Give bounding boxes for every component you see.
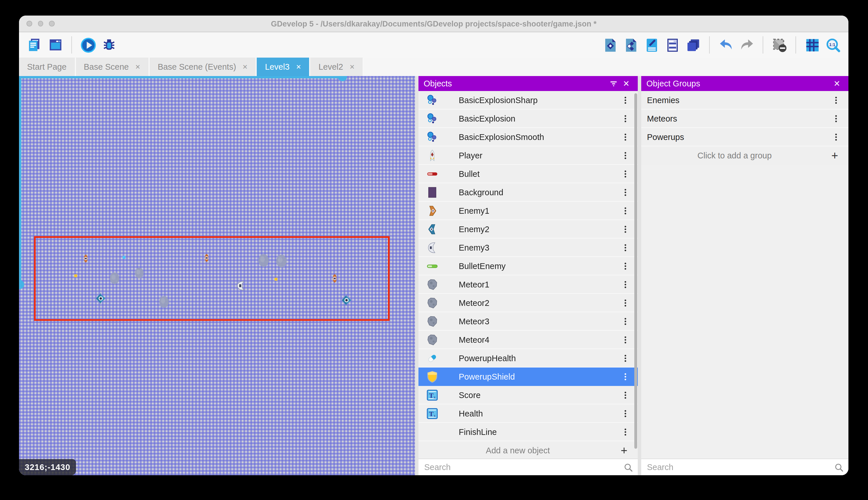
object-row[interactable]: Enemy1 bbox=[419, 202, 638, 220]
toggle-window-mask-button[interactable] bbox=[771, 36, 788, 54]
object-row[interactable]: Tx Score bbox=[419, 386, 638, 405]
sprite-enemy1[interactable] bbox=[202, 253, 211, 263]
object-row[interactable]: BasicExplosionSharp bbox=[419, 91, 638, 110]
sprite-enemy2[interactable] bbox=[94, 292, 107, 305]
object-row[interactable]: BulletEnemy bbox=[419, 257, 638, 275]
toggle-grid-button[interactable] bbox=[804, 36, 821, 54]
group-menu-icon[interactable] bbox=[831, 130, 840, 143]
group-menu-icon[interactable] bbox=[831, 112, 840, 125]
group-menu-icon[interactable] bbox=[831, 94, 840, 106]
objects-panel-header: Objects ✕ bbox=[419, 76, 638, 91]
canvas-horizontal-scroll-handle[interactable] bbox=[338, 76, 347, 81]
object-row[interactable]: Meteor3 bbox=[419, 312, 638, 331]
object-row[interactable]: Bullet bbox=[419, 165, 638, 183]
sprite-powerup-yellow[interactable] bbox=[274, 278, 278, 281]
object-menu-icon[interactable] bbox=[621, 204, 630, 217]
object-menu-icon[interactable] bbox=[621, 223, 630, 235]
object-menu-icon[interactable] bbox=[621, 241, 630, 254]
canvas-vertical-scroll-handle[interactable] bbox=[19, 280, 24, 289]
undo-button[interactable] bbox=[717, 36, 735, 54]
object-row[interactable]: Meteor4 bbox=[419, 331, 638, 349]
sprite-enemy3[interactable] bbox=[235, 280, 247, 292]
object-menu-icon[interactable] bbox=[621, 112, 630, 125]
group-row[interactable]: Meteors bbox=[641, 110, 848, 128]
scene-editor-canvas[interactable]: 3216;-1430 bbox=[19, 76, 415, 475]
start-page-button[interactable] bbox=[47, 36, 64, 54]
object-row[interactable]: Player bbox=[419, 146, 638, 165]
object-menu-icon[interactable] bbox=[621, 296, 630, 309]
object-row[interactable]: Meteor2 bbox=[419, 294, 638, 312]
editor-tab[interactable]: Start Page bbox=[19, 58, 76, 76]
object-row[interactable]: PowerupShield bbox=[419, 367, 638, 386]
editor-tab[interactable]: Level2 ✕ bbox=[310, 58, 364, 76]
object-row[interactable]: BasicExplosionSmooth bbox=[419, 128, 638, 146]
project-manager-button[interactable] bbox=[26, 36, 43, 54]
canvas-vertical-scrollbar[interactable] bbox=[19, 76, 21, 287]
object-menu-icon[interactable] bbox=[621, 278, 630, 291]
object-menu-icon[interactable] bbox=[621, 425, 630, 438]
tab-close-icon[interactable]: ✕ bbox=[296, 64, 301, 70]
close-icon[interactable]: ✕ bbox=[831, 77, 843, 90]
object-menu-icon[interactable] bbox=[621, 333, 630, 346]
sprite-powerup-yellow[interactable] bbox=[74, 274, 77, 277]
objects-search-input[interactable] bbox=[419, 463, 638, 472]
object-menu-icon[interactable] bbox=[621, 186, 630, 198]
object-name: PowerupHealth bbox=[459, 353, 516, 363]
sprite-meteor[interactable] bbox=[133, 267, 145, 280]
object-row[interactable]: Enemy3 bbox=[419, 238, 638, 257]
objects-list-scroll-thumb[interactable] bbox=[634, 93, 637, 449]
object-row[interactable]: FinishLine bbox=[419, 423, 638, 441]
object-row[interactable]: Meteor1 bbox=[419, 275, 638, 294]
sprite-enemy2[interactable] bbox=[340, 293, 353, 307]
open-objects-panel-button[interactable] bbox=[601, 36, 619, 54]
open-properties-panel-button[interactable] bbox=[643, 36, 660, 54]
close-icon[interactable]: ✕ bbox=[620, 77, 633, 90]
canvas-horizontal-scrollbar[interactable] bbox=[19, 76, 345, 78]
tab-close-icon[interactable]: ✕ bbox=[135, 64, 140, 70]
sprite-meteor[interactable] bbox=[158, 295, 171, 309]
sprite-powerup-cyan[interactable] bbox=[122, 256, 126, 259]
plus-icon[interactable]: + bbox=[617, 444, 631, 457]
sprite-enemy1[interactable] bbox=[330, 273, 340, 284]
sprite-meteor[interactable] bbox=[257, 253, 271, 268]
group-row[interactable]: Enemies bbox=[641, 91, 848, 110]
object-row[interactable]: BasicExplosion bbox=[419, 110, 638, 128]
object-menu-icon[interactable] bbox=[621, 315, 630, 328]
tab-close-icon[interactable]: ✕ bbox=[349, 64, 354, 70]
filter-icon[interactable] bbox=[607, 77, 620, 90]
plus-icon[interactable]: + bbox=[828, 149, 842, 162]
object-row[interactable]: PowerupHealth bbox=[419, 349, 638, 367]
object-menu-icon[interactable] bbox=[621, 370, 630, 383]
object-menu-icon[interactable] bbox=[621, 94, 630, 106]
add-group-row[interactable]: Click to add a group + bbox=[641, 146, 848, 165]
add-object-label: Add a new object bbox=[419, 446, 617, 455]
redo-button[interactable] bbox=[738, 36, 755, 54]
add-object-row[interactable]: Add a new object + bbox=[419, 441, 638, 458]
open-object-groups-panel-button[interactable] bbox=[622, 36, 640, 54]
preview-play-button[interactable] bbox=[80, 36, 97, 54]
editor-tab[interactable]: Base Scene (Events) ✕ bbox=[150, 58, 257, 76]
object-menu-icon[interactable] bbox=[621, 352, 630, 364]
zoom-1-1-button[interactable]: 1:1 bbox=[824, 36, 842, 54]
object-row[interactable]: Enemy2 bbox=[419, 220, 638, 238]
sprite-meteor[interactable] bbox=[108, 271, 121, 285]
sprite-meteor[interactable] bbox=[274, 253, 289, 269]
object-row[interactable]: Tx Health bbox=[419, 405, 638, 423]
object-menu-icon[interactable] bbox=[621, 260, 630, 272]
objects-list-scrollbar[interactable] bbox=[634, 93, 637, 456]
object-menu-icon[interactable] bbox=[621, 130, 630, 143]
groups-search-input[interactable] bbox=[641, 463, 848, 472]
object-menu-icon[interactable] bbox=[621, 167, 630, 180]
group-row[interactable]: Powerups bbox=[641, 128, 848, 146]
object-menu-icon[interactable] bbox=[621, 388, 630, 401]
object-menu-icon[interactable] bbox=[621, 149, 630, 162]
editor-tab[interactable]: Level3 ✕ bbox=[257, 58, 310, 76]
open-instances-list-button[interactable] bbox=[664, 36, 681, 54]
editor-tab[interactable]: Base Scene ✕ bbox=[76, 58, 150, 76]
open-layers-panel-button[interactable] bbox=[684, 36, 702, 54]
sprite-enemy1[interactable] bbox=[81, 253, 90, 263]
object-menu-icon[interactable] bbox=[621, 407, 630, 420]
debug-button[interactable] bbox=[100, 36, 117, 54]
object-row[interactable]: Background bbox=[419, 183, 638, 202]
tab-close-icon[interactable]: ✕ bbox=[242, 64, 247, 70]
